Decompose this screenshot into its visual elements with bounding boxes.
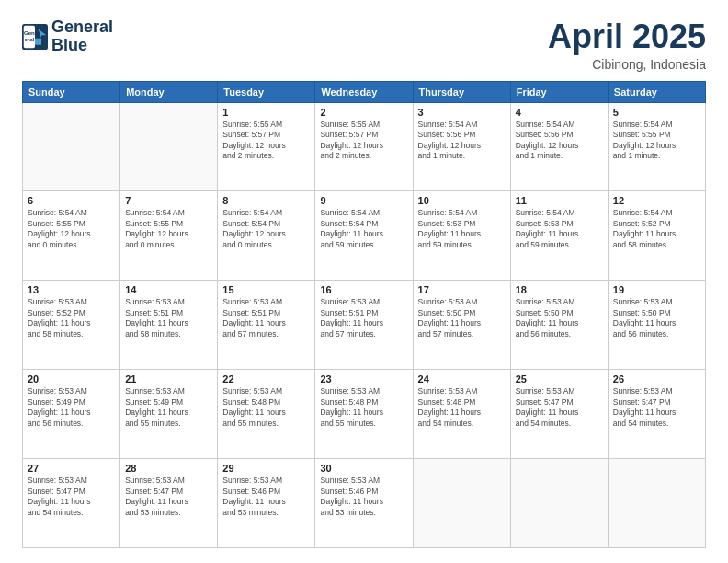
day-detail: Sunrise: 5:53 AM Sunset: 5:47 PM Dayligh… [28, 476, 115, 518]
day-number: 17 [418, 284, 506, 295]
day-number: 26 [613, 373, 700, 385]
day-number: 18 [516, 284, 603, 295]
day-detail: Sunrise: 5:54 AM Sunset: 5:56 PM Dayligh… [516, 120, 603, 162]
day-detail: Sunrise: 5:53 AM Sunset: 5:51 PM Dayligh… [125, 297, 212, 339]
title-block: April 2025 Cibinong, Indonesia [548, 18, 706, 72]
table-row: 14Sunrise: 5:53 AM Sunset: 5:51 PM Dayli… [120, 281, 218, 370]
day-number: 3 [418, 107, 506, 118]
col-sunday: Sunday [23, 81, 120, 102]
svg-text:Gen: Gen [24, 29, 35, 36]
month-title: April 2025 [548, 18, 706, 55]
logo: Gen eral General Blue [22, 18, 113, 55]
day-detail: Sunrise: 5:53 AM Sunset: 5:47 PM Dayligh… [516, 386, 603, 429]
day-detail: Sunrise: 5:53 AM Sunset: 5:46 PM Dayligh… [222, 476, 310, 518]
day-number: 22 [222, 373, 310, 385]
table-row: 9Sunrise: 5:54 AM Sunset: 5:54 PM Daylig… [315, 191, 413, 281]
calendar-week-row: 1Sunrise: 5:55 AM Sunset: 5:57 PM Daylig… [23, 102, 706, 191]
day-detail: Sunrise: 5:54 AM Sunset: 5:55 PM Dayligh… [125, 208, 212, 250]
col-friday: Friday [510, 81, 608, 102]
table-row: 6Sunrise: 5:54 AM Sunset: 5:55 PM Daylig… [23, 191, 120, 281]
table-row [413, 459, 510, 548]
day-detail: Sunrise: 5:54 AM Sunset: 5:55 PM Dayligh… [613, 120, 700, 162]
table-row [23, 102, 120, 191]
day-number: 2 [320, 107, 407, 118]
table-row: 1Sunrise: 5:55 AM Sunset: 5:57 PM Daylig… [218, 102, 315, 191]
day-number: 7 [125, 195, 212, 206]
calendar-week-row: 13Sunrise: 5:53 AM Sunset: 5:52 PM Dayli… [23, 281, 706, 370]
table-row: 7Sunrise: 5:54 AM Sunset: 5:55 PM Daylig… [120, 191, 218, 281]
day-detail: Sunrise: 5:54 AM Sunset: 5:56 PM Dayligh… [418, 120, 506, 162]
day-number: 4 [516, 107, 603, 118]
day-detail: Sunrise: 5:53 AM Sunset: 5:50 PM Dayligh… [418, 297, 506, 339]
day-detail: Sunrise: 5:53 AM Sunset: 5:50 PM Dayligh… [516, 297, 603, 339]
table-row: 20Sunrise: 5:53 AM Sunset: 5:49 PM Dayli… [23, 370, 120, 459]
calendar-week-row: 27Sunrise: 5:53 AM Sunset: 5:47 PM Dayli… [23, 459, 706, 548]
day-number: 6 [28, 195, 115, 206]
day-number: 29 [222, 463, 310, 474]
table-row [120, 102, 218, 191]
day-number: 11 [516, 195, 603, 206]
day-detail: Sunrise: 5:53 AM Sunset: 5:46 PM Dayligh… [320, 476, 407, 518]
day-detail: Sunrise: 5:53 AM Sunset: 5:48 PM Dayligh… [320, 386, 407, 429]
day-detail: Sunrise: 5:53 AM Sunset: 5:51 PM Dayligh… [222, 297, 310, 339]
day-number: 15 [222, 284, 310, 295]
day-detail: Sunrise: 5:53 AM Sunset: 5:51 PM Dayligh… [320, 297, 407, 339]
col-monday: Monday [120, 81, 218, 102]
logo-icon: Gen eral [22, 24, 48, 50]
day-number: 1 [222, 107, 310, 118]
col-wednesday: Wednesday [315, 81, 413, 102]
calendar-header-row: Sunday Monday Tuesday Wednesday Thursday… [23, 81, 706, 102]
logo-line1: General [51, 18, 113, 37]
day-detail: Sunrise: 5:54 AM Sunset: 5:53 PM Dayligh… [516, 208, 603, 250]
day-detail: Sunrise: 5:55 AM Sunset: 5:57 PM Dayligh… [222, 120, 310, 162]
day-number: 16 [320, 284, 407, 295]
table-row [608, 459, 705, 548]
day-detail: Sunrise: 5:53 AM Sunset: 5:52 PM Dayligh… [28, 297, 115, 339]
day-number: 14 [125, 284, 212, 295]
table-row: 28Sunrise: 5:53 AM Sunset: 5:47 PM Dayli… [120, 459, 218, 548]
table-row: 24Sunrise: 5:53 AM Sunset: 5:48 PM Dayli… [413, 370, 510, 459]
day-number: 21 [125, 373, 212, 385]
location-subtitle: Cibinong, Indonesia [548, 57, 706, 72]
day-detail: Sunrise: 5:53 AM Sunset: 5:47 PM Dayligh… [125, 476, 212, 518]
table-row: 23Sunrise: 5:53 AM Sunset: 5:48 PM Dayli… [315, 370, 413, 459]
col-tuesday: Tuesday [218, 81, 315, 102]
table-row: 5Sunrise: 5:54 AM Sunset: 5:55 PM Daylig… [608, 102, 705, 191]
day-number: 20 [28, 373, 115, 385]
day-number: 8 [222, 195, 310, 206]
table-row: 29Sunrise: 5:53 AM Sunset: 5:46 PM Dayli… [218, 459, 315, 548]
table-row: 19Sunrise: 5:53 AM Sunset: 5:50 PM Dayli… [608, 281, 705, 370]
day-detail: Sunrise: 5:53 AM Sunset: 5:49 PM Dayligh… [28, 386, 115, 429]
day-detail: Sunrise: 5:54 AM Sunset: 5:54 PM Dayligh… [222, 208, 310, 250]
table-row: 12Sunrise: 5:54 AM Sunset: 5:52 PM Dayli… [608, 191, 705, 281]
table-row: 16Sunrise: 5:53 AM Sunset: 5:51 PM Dayli… [315, 281, 413, 370]
day-detail: Sunrise: 5:54 AM Sunset: 5:52 PM Dayligh… [613, 208, 700, 250]
day-detail: Sunrise: 5:55 AM Sunset: 5:57 PM Dayligh… [320, 120, 407, 162]
day-detail: Sunrise: 5:54 AM Sunset: 5:55 PM Dayligh… [28, 208, 115, 250]
table-row: 30Sunrise: 5:53 AM Sunset: 5:46 PM Dayli… [315, 459, 413, 548]
day-number: 23 [320, 373, 407, 385]
svg-text:eral: eral [24, 36, 34, 42]
day-detail: Sunrise: 5:53 AM Sunset: 5:48 PM Dayligh… [418, 386, 506, 429]
col-saturday: Saturday [608, 81, 705, 102]
day-detail: Sunrise: 5:54 AM Sunset: 5:54 PM Dayligh… [320, 208, 407, 250]
day-detail: Sunrise: 5:53 AM Sunset: 5:47 PM Dayligh… [613, 386, 700, 429]
day-detail: Sunrise: 5:53 AM Sunset: 5:50 PM Dayligh… [613, 297, 700, 339]
table-row: 10Sunrise: 5:54 AM Sunset: 5:53 PM Dayli… [413, 191, 510, 281]
table-row: 18Sunrise: 5:53 AM Sunset: 5:50 PM Dayli… [510, 281, 608, 370]
col-thursday: Thursday [413, 81, 510, 102]
day-number: 25 [516, 373, 603, 385]
calendar-table: Sunday Monday Tuesday Wednesday Thursday… [22, 81, 706, 548]
calendar-week-row: 20Sunrise: 5:53 AM Sunset: 5:49 PM Dayli… [23, 370, 706, 459]
day-number: 10 [418, 195, 506, 206]
table-row: 26Sunrise: 5:53 AM Sunset: 5:47 PM Dayli… [608, 370, 705, 459]
table-row: 25Sunrise: 5:53 AM Sunset: 5:47 PM Dayli… [510, 370, 608, 459]
logo-line2: Blue [51, 37, 113, 55]
table-row: 22Sunrise: 5:53 AM Sunset: 5:48 PM Dayli… [218, 370, 315, 459]
page-header: Gen eral General Blue April 2025 Cibinon… [22, 18, 706, 72]
day-detail: Sunrise: 5:53 AM Sunset: 5:49 PM Dayligh… [125, 386, 212, 429]
table-row: 15Sunrise: 5:53 AM Sunset: 5:51 PM Dayli… [218, 281, 315, 370]
day-number: 24 [418, 373, 506, 385]
table-row: 8Sunrise: 5:54 AM Sunset: 5:54 PM Daylig… [218, 191, 315, 281]
table-row: 13Sunrise: 5:53 AM Sunset: 5:52 PM Dayli… [23, 281, 120, 370]
